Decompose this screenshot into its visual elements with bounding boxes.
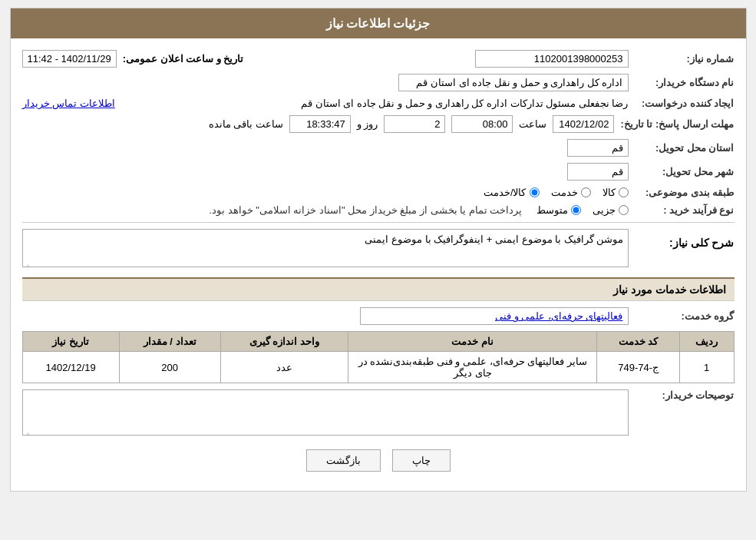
row-sharh-koli: شرح کلی نیاز: ⌟: [22, 229, 735, 270]
shomare-niaz-label: شماره نیاز:: [635, 53, 735, 65]
col-tedad: تعداد / مقدار: [119, 332, 220, 352]
radio-motavasset-input[interactable]: [571, 205, 581, 215]
radio-kala-khedmat-label: کالا/خدمت: [484, 187, 527, 198]
ijad-konande-text: رضا نجفعلی مسئول تدارکات اداره کل راهدار…: [121, 98, 629, 109]
row-tabaqe: طبقه بندی موضوعی: کالا خدمت کالا/خدمت: [22, 187, 735, 198]
cell-kod: ج-74-749: [597, 352, 679, 383]
mohlat-date-value: 1402/12/02: [553, 115, 614, 133]
khadamat-section-title: اطلاعات خدمات مورد نیاز: [22, 277, 735, 301]
grohe-khedmat-text[interactable]: فعالیتهای حرفه‌ای، علمی و فنی: [495, 310, 622, 322]
shomare-niaz-text: 1102001398000253: [534, 53, 623, 65]
row-nam-dastgah: نام دستگاه خریدار: اداره کل راهداری و حم…: [22, 74, 735, 91]
ostan-text: قم: [612, 142, 623, 154]
tabaqe-label: طبقه بندی موضوعی:: [635, 187, 735, 198]
radio-kala-khedmat-input[interactable]: [530, 187, 540, 197]
roz-label: روز و: [357, 118, 378, 130]
nam-dastgah-value: اداره کل راهداری و حمل و نقل جاده ای است…: [398, 74, 629, 91]
services-table: ردیف کد خدمت نام خدمت واحد اندازه گیری ت…: [22, 331, 735, 383]
baghimande-label: ساعت باقی مانده: [209, 118, 283, 130]
col-radif: ردیف: [679, 332, 734, 352]
ijad-konande-label: ایجاد کننده درخواست:: [635, 98, 735, 109]
tabaqe-radio-group: کالا خدمت کالا/خدمت: [484, 187, 629, 198]
grohe-khedmat-label: گروه خدمت:: [635, 310, 735, 322]
nam-dastgah-label: نام دستگاه خریدار:: [635, 77, 735, 88]
page-title: جزئیات اطلاعات نیاز: [326, 17, 431, 30]
bazgasht-button[interactable]: بازگشت: [306, 449, 381, 472]
cell-tarikh: 1402/12/19: [22, 352, 119, 383]
ostan-value: قم: [567, 139, 629, 157]
row-nove-farayand: نوع فرآیند خرید : جزیی متوسط پرداخت تمام…: [22, 204, 735, 216]
row-shomare-niaz: شماره نیاز: 1102001398000253 تاریخ و ساع…: [22, 50, 735, 68]
divider-1: [22, 222, 735, 223]
tarikh-elan-label: تاریخ و ساعت اعلان عمومی:: [123, 53, 244, 65]
cell-radif: 1: [679, 352, 734, 383]
cell-tedad: 200: [119, 352, 220, 383]
page-header: جزئیات اطلاعات نیاز: [11, 8, 746, 38]
radio-khedmat-label: خدمت: [551, 187, 578, 198]
row-ostan: استان محل تحویل: قم: [22, 139, 735, 157]
radio-motavasset-label: متوسط: [536, 204, 568, 216]
page-container: جزئیات اطلاعات نیاز شماره نیاز: 11020013…: [10, 8, 747, 492]
radio-khedmat-input[interactable]: [581, 187, 591, 197]
saat-label: ساعت: [519, 118, 546, 130]
shahr-text: قم: [612, 166, 623, 177]
mohlat-roz-value: 2: [384, 115, 445, 133]
table-body: 1 ج-74-749 سایر فعالیتهای حرفه‌ای، علمی …: [22, 352, 734, 383]
sharh-koli-textarea[interactable]: [22, 229, 629, 267]
nam-dastgah-text: اداره کل راهداری و حمل و نقل جاده ای است…: [416, 77, 622, 88]
radio-kala[interactable]: کالا: [602, 187, 629, 198]
row-tosifat: توصیحات خریدار: ⌟: [22, 389, 735, 438]
table-header: ردیف کد خدمت نام خدمت واحد اندازه گیری ت…: [22, 332, 734, 352]
mohlat-date-text: 1402/12/02: [559, 118, 609, 130]
radio-khedmat[interactable]: خدمت: [551, 187, 591, 198]
row-ijad-konande: ایجاد کننده درخواست: رضا نجفعلی مسئول تد…: [22, 98, 735, 109]
ittelaat-tamas-link[interactable]: اطلاعات تماس خریدار: [22, 98, 115, 109]
shahr-value: قم: [567, 163, 629, 181]
col-vahed: واحد اندازه گیری: [220, 332, 348, 352]
mohlat-baghimande-value: 18:33:47: [289, 115, 351, 133]
shomare-niaz-value: 1102001398000253: [475, 50, 629, 68]
row-grohe-khedmat: گروه خدمت: فعالیتهای حرفه‌ای، علمی و فنی: [22, 307, 735, 325]
tarikh-elan-value: 1402/11/29 - 11:42: [22, 50, 117, 68]
mohlat-roz-text: 2: [434, 118, 440, 130]
col-tarikh: تاریخ نیاز: [22, 332, 119, 352]
tosifat-container: ⌟: [22, 389, 629, 438]
farayand-radio-group: جزیی متوسط: [536, 204, 629, 216]
mohlat-saat-value: 08:00: [451, 115, 513, 133]
radio-motavasset[interactable]: متوسط: [536, 204, 581, 216]
mohlat-label: مهلت ارسال پاسخ: تا تاریخ:: [620, 118, 734, 130]
radio-jazei-input[interactable]: [619, 205, 629, 215]
table-row: 1 ج-74-749 سایر فعالیتهای حرفه‌ای، علمی …: [22, 352, 734, 383]
row-shahr: شهر محل تحویل: قم: [22, 163, 735, 181]
tarikh-elan-text: 1402/11/29 - 11:42: [28, 53, 111, 65]
buttons-row: چاپ بازگشت: [22, 449, 735, 472]
cell-nam: سایر فعالیتهای حرفه‌ای، علمی و فنی طبقه‌…: [348, 352, 596, 383]
mohlat-saat-text: 08:00: [483, 118, 508, 130]
sharh-koli-container: ⌟: [22, 229, 629, 270]
radio-kala-khedmat[interactable]: کالا/خدمت: [484, 187, 540, 198]
tosifat-textarea[interactable]: [22, 389, 629, 436]
chap-button[interactable]: چاپ: [392, 449, 451, 472]
radio-kala-input[interactable]: [619, 187, 629, 197]
farayand-desc: پرداخت تمام یا بخشی از مبلغ خریداز محل "…: [209, 204, 522, 216]
mohlat-baghimande-text: 18:33:47: [306, 118, 345, 130]
content-area: شماره نیاز: 1102001398000253 تاریخ و ساع…: [11, 38, 746, 491]
cell-vahed: عدد: [220, 352, 348, 383]
radio-jazei-label: جزیی: [593, 204, 616, 216]
resize-handle-sharh: ⌟: [25, 260, 29, 268]
shahr-label: شهر محل تحویل:: [635, 166, 735, 177]
radio-jazei[interactable]: جزیی: [593, 204, 629, 216]
tosifat-label: توصیحات خریدار:: [635, 389, 735, 401]
radio-kala-label: کالا: [602, 187, 616, 198]
nove-farayand-label: نوع فرآیند خرید :: [635, 204, 735, 216]
ostan-label: استان محل تحویل:: [635, 142, 735, 154]
resize-handle-tosifat: ⌟: [25, 428, 29, 436]
sharh-koli-label: شرح کلی نیاز:: [635, 237, 735, 249]
table-header-row: ردیف کد خدمت نام خدمت واحد اندازه گیری ت…: [22, 332, 734, 352]
col-kod: کد خدمت: [597, 332, 679, 352]
row-mohlat: مهلت ارسال پاسخ: تا تاریخ: 1402/12/02 سا…: [22, 115, 735, 133]
col-nam: نام خدمت: [348, 332, 596, 352]
grohe-khedmat-value: فعالیتهای حرفه‌ای، علمی و فنی: [360, 307, 629, 325]
